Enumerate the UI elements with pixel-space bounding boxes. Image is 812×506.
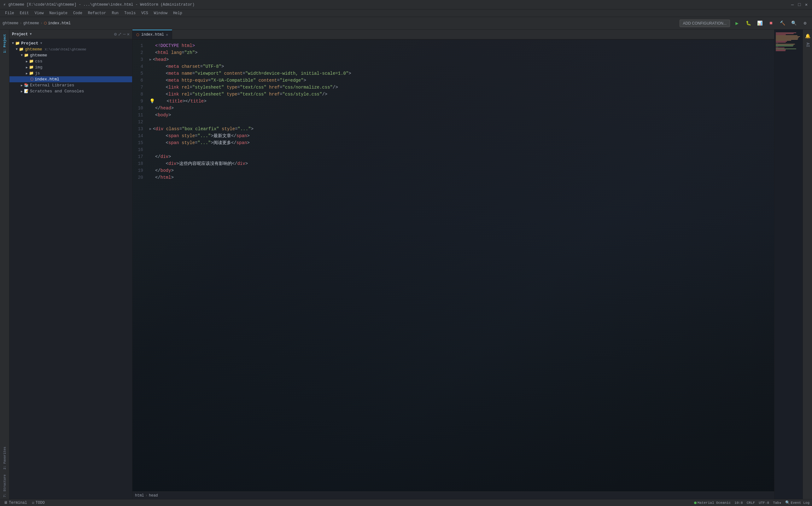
search-icon-status: 🔍	[785, 500, 790, 505]
panel-settings-icon[interactable]: ⚙	[114, 31, 117, 37]
line-ending-value: CRLF	[747, 501, 755, 505]
fold-indicator-13[interactable]: ▶	[150, 125, 152, 133]
menu-navigate[interactable]: Navigate	[47, 10, 70, 16]
close-button[interactable]: ✕	[804, 2, 809, 7]
mini-line-10	[776, 41, 787, 41]
tree-item-scratches[interactable]: ▶ 📝 Scratches and Consoles	[9, 88, 132, 94]
tree-item-external-libs[interactable]: ▶ 📚 External Libraries	[9, 82, 132, 88]
indent-value: Tab★	[773, 501, 781, 505]
tree-label-index-html: index.html	[35, 77, 59, 82]
panel-expand-icon[interactable]: ⤢	[118, 31, 122, 37]
menu-run[interactable]: Run	[109, 10, 121, 16]
tree-label-project: Project	[21, 41, 38, 46]
status-bar-right: Material Oceanic 10:8 CRLF UTF-8 Tab★ 🔍 …	[694, 500, 809, 505]
panel-hide-icon[interactable]: ✕	[127, 31, 130, 37]
status-position[interactable]: 10:8	[734, 501, 743, 505]
breadcrumb-folder[interactable]: ghtmeme	[23, 21, 39, 25]
code-line-13: ▶ <div class="box clearfix" style="...">	[148, 125, 768, 133]
breadcrumb: ghtmeme › ghtmeme › ⬡ index.html	[3, 21, 678, 25]
menu-window[interactable]: Window	[151, 10, 170, 16]
panel-close-icon[interactable]: —	[123, 31, 126, 37]
run-button[interactable]: ▶	[733, 19, 741, 28]
editor-area: ⬡ index.html ✕ 1 2 3 4 5 6 7 8 9	[133, 30, 774, 499]
status-line-ending[interactable]: CRLF	[747, 501, 755, 505]
menu-edit[interactable]: Edit	[17, 10, 31, 16]
search-button[interactable]: 🔍	[789, 19, 798, 28]
breadcrumb-arrow: ›	[145, 493, 148, 498]
sidebar-tab-favorites[interactable]: 2: Favorites	[1, 445, 8, 471]
minimize-button[interactable]: —	[790, 2, 795, 7]
chevron-right-icon-5: ▶	[21, 90, 23, 93]
mini-line-4	[776, 35, 798, 36]
settings-button[interactable]: ⚙	[801, 19, 809, 28]
code-line-16	[148, 146, 768, 153]
tree-label-ext-libs: External Libraries	[30, 83, 74, 88]
tab-close-icon[interactable]: ✕	[166, 32, 168, 37]
terminal-tab[interactable]: 🖥 Terminal	[3, 500, 28, 506]
sidebar-tab-structure[interactable]: 7: Structure	[1, 473, 8, 499]
run-with-coverage-button[interactable]: 📊	[755, 19, 764, 28]
toolbar: ghtmeme › ghtmeme › ⬡ index.html ADD CON…	[0, 17, 812, 30]
breadcrumb-head[interactable]: head	[149, 493, 158, 498]
menu-code[interactable]: Code	[71, 10, 85, 16]
lightbulb-icon[interactable]: 💡	[150, 98, 155, 105]
mini-line-19	[776, 50, 786, 50]
right-tab-notifications[interactable]: 🔔	[804, 32, 811, 40]
build-button[interactable]: 🔨	[778, 19, 787, 28]
breadcrumb-file-icon: ⬡	[44, 21, 47, 25]
tree-item-index-html[interactable]: ⬡ index.html	[9, 76, 132, 82]
chevron-right-icon-3: ▶	[26, 72, 28, 75]
tree-label-scratches: Scratches and Consoles	[30, 89, 84, 94]
right-tab-ai[interactable]: AI	[804, 41, 811, 49]
encoding-value: UTF-8	[759, 501, 769, 505]
status-event-log[interactable]: 🔍 Event Log	[785, 500, 809, 505]
code-line-11: <body>	[148, 111, 768, 118]
mini-map	[774, 30, 803, 499]
maximize-button[interactable]: □	[797, 2, 802, 7]
breadcrumb-sep-1: ›	[19, 21, 22, 25]
todo-tab[interactable]: ☑ TODO	[31, 500, 46, 506]
code-line-20: </html>	[148, 174, 768, 181]
mini-line-2	[776, 33, 794, 34]
tree-label-css: css	[35, 59, 42, 64]
code-editor[interactable]: 1 2 3 4 5 6 7 8 9 10 11 12 13 14 15 16 1	[133, 40, 774, 492]
todo-label: TODO	[35, 501, 45, 505]
chevron-down-icon: ▼	[12, 41, 14, 45]
breadcrumb-html[interactable]: html	[135, 493, 144, 498]
menu-refactor[interactable]: Refactor	[85, 10, 109, 16]
breadcrumb-file[interactable]: ⬡ index.html	[44, 21, 71, 25]
code-line-18: <div>这些内容呢应该没有影响的</div>	[148, 160, 768, 167]
code-line-19: </body>	[148, 167, 768, 174]
code-line-8: <link rel="stylesheet" type="text/css" h…	[148, 91, 768, 98]
menu-tools[interactable]: Tools	[122, 10, 138, 16]
sidebar-tab-project[interactable]: 1: Project	[1, 32, 8, 55]
stop-button[interactable]: ■	[766, 19, 776, 28]
menu-help[interactable]: Help	[171, 10, 185, 16]
code-line-5: <meta name="viewport" content="width=dev…	[148, 70, 768, 77]
status-indent[interactable]: Tab★	[773, 501, 781, 505]
status-encoding[interactable]: UTF-8	[759, 501, 769, 505]
status-theme[interactable]: Material Oceanic	[694, 501, 731, 505]
breadcrumb-project[interactable]: ghtmeme	[3, 21, 18, 25]
theme-name: Material Oceanic	[698, 501, 731, 505]
mini-line-9	[776, 40, 791, 41]
tree-item-ghtmeme[interactable]: ▼ 📁 ghtmeme	[9, 52, 132, 58]
tree-item-css[interactable]: ▶ 📁 css	[9, 58, 132, 64]
tree-item-project-root[interactable]: ▼ 📁 Project ▼	[9, 40, 132, 46]
fold-indicator-3[interactable]: ▶	[150, 56, 152, 63]
menu-view[interactable]: View	[32, 10, 46, 16]
panel-dropdown-icon[interactable]: ▼	[30, 32, 31, 36]
menu-file[interactable]: File	[3, 10, 17, 16]
mini-line-1	[776, 32, 796, 33]
tree-item-ghtmeme-root[interactable]: ▼ 📁 ghtmeme X:\code\html\ghtmeme	[9, 46, 132, 52]
position-value: 10:8	[734, 501, 743, 505]
tree-item-img[interactable]: ▶ 📁 img	[9, 64, 132, 70]
menu-vcs[interactable]: VCS	[139, 10, 151, 16]
tree-label-ghtmeme: ghtmeme	[30, 53, 47, 58]
add-configuration-button[interactable]: ADD CONFIGURATION...	[679, 19, 730, 27]
debug-button[interactable]: 🐛	[744, 19, 753, 28]
status-bar-left: 🖥 Terminal ☑ TODO	[3, 500, 46, 506]
tab-index-html[interactable]: ⬡ index.html ✕	[133, 30, 172, 39]
tree-label-js: js	[35, 71, 40, 76]
tree-item-js[interactable]: ▶ 📁 js	[9, 70, 132, 76]
